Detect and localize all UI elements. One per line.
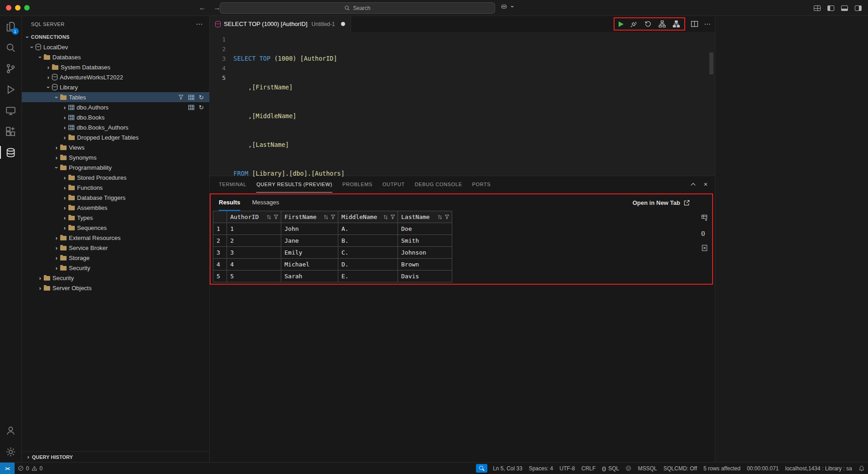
estimated-plan-icon[interactable] — [658, 20, 666, 28]
panel-tab-debug-console[interactable]: DEBUG CONSOLE — [415, 176, 462, 193]
more-actions-icon[interactable]: ⋯ — [196, 20, 203, 28]
disconnect-plug-icon[interactable] — [630, 20, 638, 28]
query-duration-status[interactable]: 00:00:00.071 — [744, 463, 782, 474]
run-query-icon[interactable] — [619, 21, 624, 27]
filter-icon[interactable] — [274, 214, 279, 219]
notifications-status[interactable] — [855, 463, 868, 474]
filter-icon[interactable] — [444, 214, 450, 219]
refresh-icon[interactable] — [199, 104, 204, 111]
activity-sql-server[interactable] — [0, 142, 22, 163]
chevron-down-icon[interactable] — [53, 165, 60, 171]
minimize-window-button[interactable] — [15, 5, 21, 10]
grid-row-5[interactable]: 5 5 Sarah E. Davis — [213, 271, 452, 282]
sort-icon[interactable] — [383, 214, 388, 220]
filter-icon[interactable] — [331, 214, 336, 219]
grid-row-4[interactable]: 4 4 Michael D. Brown — [213, 259, 452, 271]
chevron-right-icon[interactable] — [45, 74, 52, 80]
panel-tab-ports[interactable]: PORTS — [472, 176, 491, 193]
chevron-down-icon[interactable] — [53, 94, 60, 100]
chevron-right-icon[interactable] — [61, 115, 68, 120]
activity-extensions[interactable] — [0, 121, 22, 142]
chevron-down-icon[interactable] — [28, 44, 36, 50]
sort-icon[interactable] — [266, 214, 272, 220]
indentation-status[interactable]: Spaces: 4 — [526, 463, 556, 474]
toggle-primary-sidebar-icon[interactable] — [827, 5, 834, 11]
chevron-right-icon[interactable] — [53, 265, 60, 271]
activity-source-control[interactable] — [0, 58, 22, 79]
change-connection-icon[interactable] — [644, 20, 652, 28]
section-connections[interactable]: CONNECTIONS — [22, 32, 209, 42]
grid-row-2[interactable]: 2 2 Jane B. Smith — [213, 235, 452, 247]
chevron-right-icon[interactable] — [61, 125, 68, 130]
panel-tab-problems[interactable]: PROBLEMS — [342, 176, 372, 193]
more-actions-icon[interactable]: ⋯ — [704, 20, 711, 28]
customize-layout-icon[interactable] — [814, 5, 821, 11]
activity-accounts[interactable] — [0, 420, 22, 441]
chevron-up-icon[interactable] — [690, 181, 697, 188]
zoom-status-item[interactable] — [476, 464, 487, 473]
tree-item-adventureworks[interactable]: AdventureWorksLT2022 — [22, 72, 209, 82]
chevron-right-icon[interactable] — [61, 185, 68, 191]
chevron-right-icon[interactable] — [53, 255, 60, 261]
tree-item-db-security[interactable]: Security — [22, 263, 209, 273]
grid-row-1[interactable]: 1 1 John A. Doe — [213, 223, 452, 235]
chevron-right-icon[interactable] — [61, 225, 68, 231]
save-excel-icon[interactable] — [701, 245, 708, 251]
tree-item-dbo-books-authors[interactable]: dbo.Books_Authors — [22, 122, 209, 132]
tree-item-server-security[interactable]: Security — [22, 273, 209, 283]
refresh-icon[interactable] — [199, 94, 204, 101]
editor-tab-untitled-1[interactable]: SELECT TOP (1000) [AuthorID] Untitled-1 — [210, 16, 351, 32]
modified-dot-icon[interactable] — [341, 22, 345, 26]
close-panel-icon[interactable]: × — [704, 181, 708, 188]
save-csv-icon[interactable] — [701, 214, 708, 221]
actual-plan-icon[interactable] — [672, 20, 680, 28]
tree-item-tables[interactable]: Tables — [22, 92, 209, 102]
sort-icon[interactable] — [323, 214, 329, 220]
tree-item-views[interactable]: Views — [22, 142, 209, 152]
activity-search[interactable] — [0, 37, 22, 58]
copilot-menu[interactable] — [501, 3, 516, 10]
chevron-right-icon[interactable] — [61, 104, 68, 110]
grid-col-firstname[interactable]: FirstName — [281, 211, 338, 223]
mssql-status[interactable]: MSSQL — [635, 463, 660, 474]
tree-item-localdev[interactable]: LocalDev — [22, 42, 209, 52]
grid-corner-cell[interactable] — [213, 211, 227, 223]
activity-settings[interactable] — [0, 441, 22, 462]
chevron-right-icon[interactable] — [36, 285, 44, 291]
remote-indicator[interactable] — [0, 463, 15, 474]
tree-item-synonyms[interactable]: Synonyms — [22, 152, 209, 162]
activity-run-debug[interactable] — [0, 79, 22, 100]
row-number[interactable]: 3 — [213, 247, 227, 259]
eol-status[interactable]: CRLF — [578, 463, 599, 474]
maximize-window-button[interactable] — [24, 5, 30, 10]
grid-col-lastname[interactable]: LastName — [398, 211, 452, 223]
chevron-right-icon[interactable] — [61, 175, 68, 181]
results-tab[interactable]: Results — [219, 194, 240, 211]
chevron-right-icon[interactable] — [61, 205, 68, 211]
tree-item-stored-procedures[interactable]: Stored Procedures — [22, 172, 209, 182]
cursor-position-status[interactable]: Ln 5, Col 33 — [490, 463, 526, 474]
chevron-down-icon[interactable] — [36, 54, 44, 60]
encoding-status[interactable]: UTF-8 — [556, 463, 578, 474]
chevron-down-icon[interactable] — [45, 84, 52, 90]
tree-item-system-databases[interactable]: System Databases — [22, 62, 209, 72]
row-number[interactable]: 1 — [213, 223, 227, 235]
new-table-icon[interactable] — [188, 95, 194, 100]
sort-icon[interactable] — [437, 214, 443, 220]
chevron-right-icon[interactable] — [53, 145, 60, 151]
filter-icon[interactable] — [178, 94, 184, 100]
toggle-panel-icon[interactable] — [841, 5, 848, 11]
connection-status[interactable]: localhost,1434 : Library : sa — [782, 463, 855, 474]
tree-item-types[interactable]: Types — [22, 213, 209, 223]
filter-icon[interactable] — [390, 214, 395, 219]
tree-item-sequences[interactable]: Sequences — [22, 223, 209, 233]
panel-tab-output[interactable]: OUTPUT — [382, 176, 405, 193]
grid-col-middlename[interactable]: MiddleName — [338, 211, 398, 223]
rows-affected-status[interactable]: 5 rows affected — [700, 463, 744, 474]
chevron-right-icon[interactable] — [45, 64, 52, 70]
tree-item-dbo-authors[interactable]: dbo.Authors — [22, 102, 209, 112]
code-editor[interactable]: 1 2 3 4 5 SELECTTOP(1000)[AuthorID] ,[Fi… — [210, 32, 715, 176]
chevron-right-icon[interactable] — [53, 235, 60, 241]
grid-col-authorid[interactable]: AuthorID — [227, 211, 281, 223]
chevron-right-icon[interactable] — [61, 195, 68, 201]
